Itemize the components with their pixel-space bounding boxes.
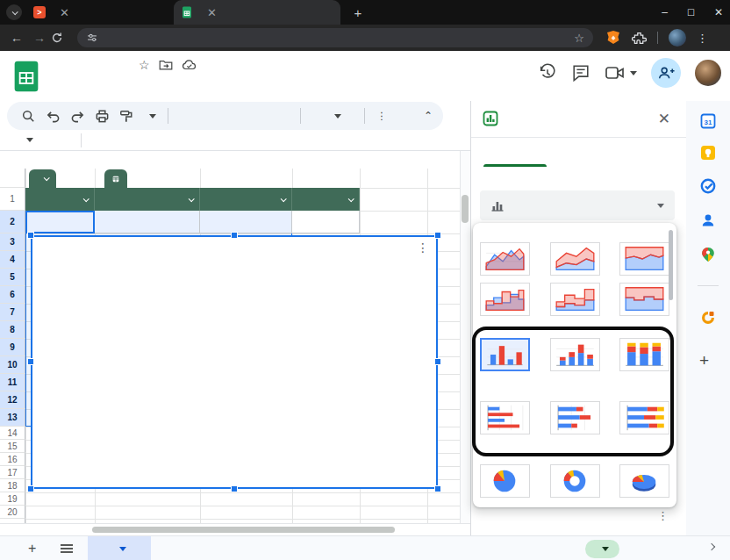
table-name-chip[interactable] bbox=[29, 169, 56, 188]
row-header-3[interactable]: 3 bbox=[0, 233, 25, 251]
chart-handle-n[interactable] bbox=[231, 232, 238, 239]
row-header-10[interactable]: 10 bbox=[0, 356, 25, 374]
forward-button[interactable]: → bbox=[28, 31, 51, 45]
row-header-5[interactable]: 5 bbox=[0, 269, 25, 286]
search-menus-button[interactable] bbox=[18, 105, 39, 126]
chart-handle-sw[interactable] bbox=[27, 485, 34, 492]
account-avatar[interactable] bbox=[695, 60, 721, 86]
more-formats-button[interactable] bbox=[273, 105, 294, 126]
toolbar-more-button[interactable]: ⋮ bbox=[371, 105, 392, 126]
add-addon-icon[interactable]: + bbox=[699, 351, 709, 370]
print-button[interactable] bbox=[91, 105, 112, 126]
tasks-icon[interactable] bbox=[700, 178, 716, 194]
thumb-3d-pie-chart[interactable] bbox=[619, 464, 669, 498]
row-header[interactable] bbox=[0, 169, 25, 188]
row-header-16[interactable]: 16 bbox=[0, 453, 25, 466]
sheet-tab-list1[interactable] bbox=[88, 536, 151, 560]
panel-close-icon[interactable]: ✕ bbox=[658, 110, 670, 128]
table-header-sales[interactable] bbox=[200, 188, 292, 211]
row-header-9[interactable]: 9 bbox=[0, 339, 25, 356]
chart-handle-nw[interactable] bbox=[27, 232, 34, 239]
chart-handle-w[interactable] bbox=[27, 358, 34, 365]
share-button[interactable] bbox=[651, 58, 681, 88]
vertical-scrollbar-thumb[interactable] bbox=[462, 195, 469, 223]
chart-menu-icon[interactable]: ⋮ bbox=[417, 241, 429, 255]
window-close-button[interactable]: ✕ bbox=[714, 6, 723, 18]
all-sheets-icon[interactable] bbox=[60, 543, 74, 554]
footer-chevron-right-icon[interactable] bbox=[708, 543, 715, 550]
format-percent-button[interactable] bbox=[199, 105, 220, 126]
embedded-chart[interactable]: ⋮ bbox=[31, 235, 438, 489]
calendar-icon[interactable]: 31 bbox=[700, 113, 716, 129]
browser-tab-sheets[interactable]: ✕ bbox=[174, 0, 340, 25]
back-button[interactable]: ← bbox=[5, 31, 28, 45]
reload-button[interactable] bbox=[51, 32, 74, 44]
address-bar[interactable]: ☆ bbox=[77, 28, 593, 47]
thumb-stacked-bar-chart[interactable] bbox=[550, 401, 600, 434]
thumb-bar-chart[interactable] bbox=[480, 401, 530, 434]
row-header-1[interactable]: 1 bbox=[0, 188, 25, 211]
move-folder-icon[interactable] bbox=[159, 59, 173, 71]
table-header-price[interactable] bbox=[292, 188, 360, 211]
cell-d2[interactable] bbox=[292, 211, 360, 233]
series-menu-icon[interactable]: ⋮ bbox=[657, 509, 669, 522]
row-header-13[interactable]: 13 bbox=[0, 409, 25, 427]
name-box[interactable] bbox=[0, 138, 81, 142]
extensions-puzzle-icon[interactable] bbox=[632, 31, 647, 46]
meet-button[interactable] bbox=[605, 64, 637, 82]
row-header-14[interactable]: 14 bbox=[0, 427, 25, 440]
row-header-17[interactable]: 17 bbox=[0, 466, 25, 479]
table-menu-chip[interactable] bbox=[104, 169, 127, 188]
table-header-region[interactable] bbox=[25, 188, 95, 211]
bookmark-star-icon[interactable]: ☆ bbox=[574, 32, 584, 45]
tab-search-button[interactable] bbox=[6, 4, 22, 20]
thumb-stepped-area-chart[interactable] bbox=[480, 283, 530, 316]
comments-icon[interactable] bbox=[571, 63, 590, 83]
format-currency-button[interactable] bbox=[175, 105, 196, 126]
tab-close-icon[interactable]: ✕ bbox=[60, 6, 69, 19]
row-header-2[interactable]: 2 bbox=[0, 211, 25, 233]
row-header-19[interactable]: 19 bbox=[0, 492, 25, 506]
row-header-7[interactable]: 7 bbox=[0, 304, 25, 321]
row-header-6[interactable]: 6 bbox=[0, 286, 25, 304]
thumb-pie-chart[interactable] bbox=[480, 464, 530, 498]
chart-handle-ne[interactable] bbox=[434, 232, 441, 239]
contacts-icon[interactable] bbox=[700, 212, 716, 228]
row-header-4[interactable]: 4 bbox=[0, 251, 25, 269]
thumb-stacked-area-chart[interactable] bbox=[550, 242, 600, 276]
site-settings-icon[interactable] bbox=[86, 32, 98, 44]
browser-profile-avatar[interactable] bbox=[669, 29, 686, 47]
maps-icon[interactable] bbox=[700, 247, 716, 262]
thumb-100-stacked-bar-chart[interactable] bbox=[619, 401, 669, 434]
cell-b2[interactable] bbox=[95, 211, 200, 233]
thumb-100-stacked-column-chart[interactable] bbox=[619, 338, 669, 371]
thumb-stepped-stacked-area-chart[interactable] bbox=[550, 283, 600, 316]
zoom-select[interactable] bbox=[140, 105, 161, 126]
row-header-8[interactable]: 8 bbox=[0, 321, 25, 339]
row-header-11[interactable]: 11 bbox=[0, 374, 25, 391]
increase-decimals-button[interactable] bbox=[248, 105, 269, 126]
table-header-category[interactable] bbox=[95, 188, 200, 211]
browser-menu-icon[interactable]: ⋮ bbox=[697, 32, 708, 45]
collapse-toolbar-icon[interactable]: ⌃ bbox=[424, 110, 433, 122]
keep-icon[interactable] bbox=[700, 145, 716, 161]
spreadsheet-grid[interactable]: 2019181716151413121110987654321 bbox=[0, 151, 470, 535]
version-history-icon[interactable] bbox=[538, 63, 557, 83]
star-icon[interactable]: ☆ bbox=[139, 58, 150, 72]
chart-handle-s[interactable] bbox=[231, 485, 238, 492]
window-maximize-button[interactable]: ☐ bbox=[687, 8, 695, 18]
addon-icon[interactable] bbox=[700, 310, 716, 326]
cell-c2[interactable] bbox=[200, 211, 292, 233]
row-header-15[interactable]: 15 bbox=[0, 440, 25, 453]
thumb-column-chart-selected[interactable] bbox=[480, 338, 530, 371]
metamask-extension-icon[interactable] bbox=[605, 30, 621, 46]
font-select[interactable] bbox=[307, 105, 358, 126]
chart-handle-e[interactable] bbox=[434, 358, 441, 365]
row-header-12[interactable]: 12 bbox=[0, 391, 25, 409]
thumb-area-chart[interactable] bbox=[480, 242, 530, 276]
thumb-donut-chart[interactable] bbox=[550, 464, 600, 498]
thumb-stacked-column-chart[interactable] bbox=[550, 338, 600, 371]
add-sheet-button[interactable]: + bbox=[28, 541, 36, 556]
gallery-scrollbar-thumb[interactable] bbox=[669, 230, 673, 300]
tab-close-icon[interactable]: ✕ bbox=[207, 6, 217, 19]
